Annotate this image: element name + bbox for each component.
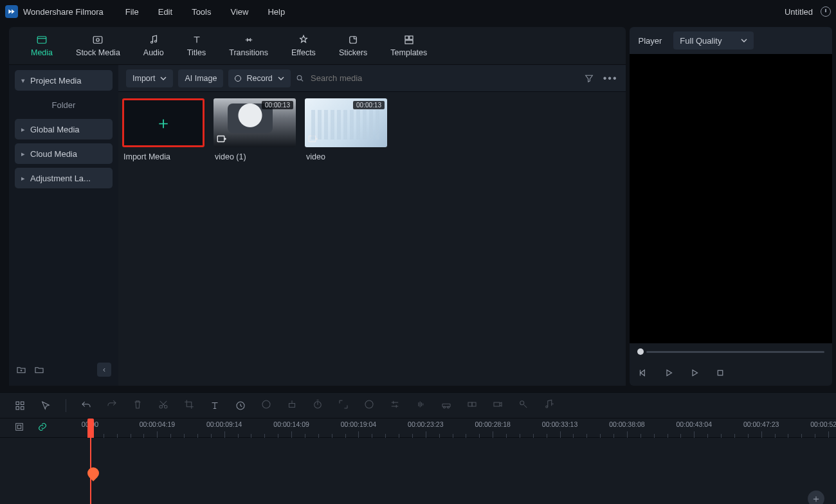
main-menu: File Edit Tools View Help — [125, 7, 285, 17]
filter-icon[interactable] — [584, 73, 594, 84]
workspace-tabs: Media Stock Media Audio Titles Transitio… — [9, 27, 626, 64]
tab-templates[interactable]: Templates — [390, 34, 427, 57]
chevron-down-icon: ▾ — [21, 76, 25, 85]
keyframe-icon[interactable] — [286, 399, 298, 410]
plus-icon: ＋ — [155, 112, 172, 134]
group-icon[interactable] — [466, 399, 478, 410]
search-input[interactable] — [309, 73, 579, 84]
more-icon[interactable]: ••• — [603, 73, 618, 84]
sidebar-cloud-media[interactable]: ▸ Cloud Media — [15, 143, 113, 164]
svg-rect-11 — [309, 136, 316, 142]
svg-point-9 — [297, 75, 302, 80]
select-tool-icon[interactable] — [40, 400, 51, 411]
app-name: Wondershare Filmora — [23, 7, 104, 17]
media-item[interactable]: 00:00:13 video — [305, 98, 387, 161]
stop-icon[interactable] — [714, 367, 726, 379]
timeline-tracks[interactable]: ＋ — [0, 438, 836, 504]
tab-audio[interactable]: Audio — [143, 34, 164, 57]
add-track-button[interactable]: ＋ — [808, 491, 824, 504]
effects-icon — [297, 34, 310, 46]
duration-badge: 00:00:13 — [262, 101, 293, 109]
text-tool-icon[interactable] — [209, 400, 221, 411]
speed-icon[interactable] — [235, 400, 246, 411]
track-manager-icon[interactable] — [14, 422, 24, 435]
ruler-label: 00:00:04:19 — [140, 420, 175, 428]
scrubber-track[interactable] — [646, 351, 825, 353]
record-dropdown[interactable]: Record — [228, 69, 290, 87]
tab-effects[interactable]: Effects — [291, 34, 316, 57]
playhead-knob[interactable] — [85, 465, 101, 481]
player-scrubber[interactable] — [630, 343, 833, 360]
tab-transitions[interactable]: Transitions — [229, 34, 268, 57]
history-icon[interactable] — [821, 6, 831, 17]
svg-rect-21 — [289, 403, 295, 407]
import-media-card[interactable]: ＋ Import Media — [122, 98, 204, 161]
marker-icon[interactable] — [518, 399, 529, 410]
svg-point-20 — [262, 401, 270, 408]
expand-icon[interactable] — [338, 399, 349, 410]
car-icon[interactable] — [441, 399, 452, 410]
tab-label: Audio — [143, 48, 164, 57]
svg-rect-5 — [350, 37, 357, 44]
play-outline-icon[interactable] — [663, 367, 675, 379]
crop-icon[interactable] — [183, 399, 195, 410]
svg-rect-16 — [21, 406, 24, 410]
menu-edit[interactable]: Edit — [158, 7, 172, 17]
timeline-ruler[interactable]: 00:0000:00:04:1900:00:09:1400:00:14:0900… — [0, 419, 836, 438]
player-quality-dropdown[interactable]: Full Quality — [673, 32, 754, 50]
play-icon[interactable] — [689, 367, 700, 379]
svg-rect-10 — [217, 136, 224, 142]
player-viewport[interactable] — [630, 54, 833, 343]
sidebar-project-media[interactable]: ▾ Project Media — [15, 70, 113, 91]
folder-icon[interactable] — [34, 364, 44, 375]
grid-view-icon[interactable] — [14, 400, 26, 411]
link-icon[interactable] — [37, 422, 48, 435]
ai-image-button[interactable]: AI Image — [178, 69, 223, 87]
media-item[interactable]: 00:00:13 video (1) — [214, 98, 296, 161]
render-icon[interactable] — [492, 399, 504, 410]
delete-icon[interactable] — [132, 399, 143, 410]
tab-stickers[interactable]: Stickers — [339, 34, 367, 57]
ruler-label: 00:00:47:23 — [743, 420, 779, 428]
svg-point-25 — [448, 406, 450, 408]
prev-frame-icon[interactable] — [637, 367, 649, 379]
sidebar-item-label: Global Media — [30, 125, 80, 134]
menu-file[interactable]: File — [125, 7, 139, 17]
tab-stock-media[interactable]: Stock Media — [76, 34, 120, 57]
cut-icon[interactable] — [158, 399, 169, 410]
svg-point-30 — [546, 406, 548, 408]
redo-icon[interactable] — [106, 399, 118, 410]
menu-tools[interactable]: Tools — [192, 7, 211, 17]
audio-wave-icon[interactable] — [415, 399, 426, 410]
import-dropdown[interactable]: Import — [126, 69, 173, 87]
tab-label: Transitions — [229, 48, 268, 57]
transitions-icon — [242, 34, 255, 46]
card-label: video (1) — [214, 152, 296, 161]
scrubber-handle[interactable] — [637, 348, 644, 355]
svg-point-24 — [444, 406, 446, 408]
search-media[interactable] — [296, 73, 579, 84]
add-to-timeline-icon[interactable] — [307, 133, 319, 145]
menu-view[interactable]: View — [230, 7, 248, 17]
adjust-icon[interactable] — [389, 399, 401, 410]
new-folder-icon[interactable] — [16, 364, 26, 375]
collapse-sidebar-button[interactable]: ‹ — [97, 363, 111, 377]
sidebar-folder[interactable]: Folder — [15, 94, 113, 115]
timeline-panel: 00:0000:00:04:1900:00:09:1400:00:14:0900… — [0, 392, 836, 504]
add-to-timeline-icon[interactable] — [216, 133, 228, 145]
svg-rect-0 — [37, 37, 46, 44]
color-icon[interactable] — [260, 399, 272, 410]
media-grid: ＋ Import Media 00:00:13 video (1) 00:00:… — [118, 92, 626, 386]
tab-titles[interactable]: Titles — [187, 34, 206, 57]
svg-rect-13 — [16, 402, 19, 405]
chevron-right-icon: ▸ — [21, 125, 25, 134]
sidebar-global-media[interactable]: ▸ Global Media — [15, 119, 113, 140]
sidebar-adjustment-layers[interactable]: ▸ Adjustment La... — [15, 168, 113, 188]
timer-icon[interactable] — [312, 399, 323, 410]
mask-icon[interactable] — [363, 399, 375, 410]
undo-icon[interactable] — [80, 400, 92, 411]
menu-help[interactable]: Help — [268, 7, 285, 17]
media-icon — [35, 34, 48, 46]
tab-media[interactable]: Media — [31, 34, 53, 57]
audio-sync-icon[interactable] — [543, 399, 555, 410]
